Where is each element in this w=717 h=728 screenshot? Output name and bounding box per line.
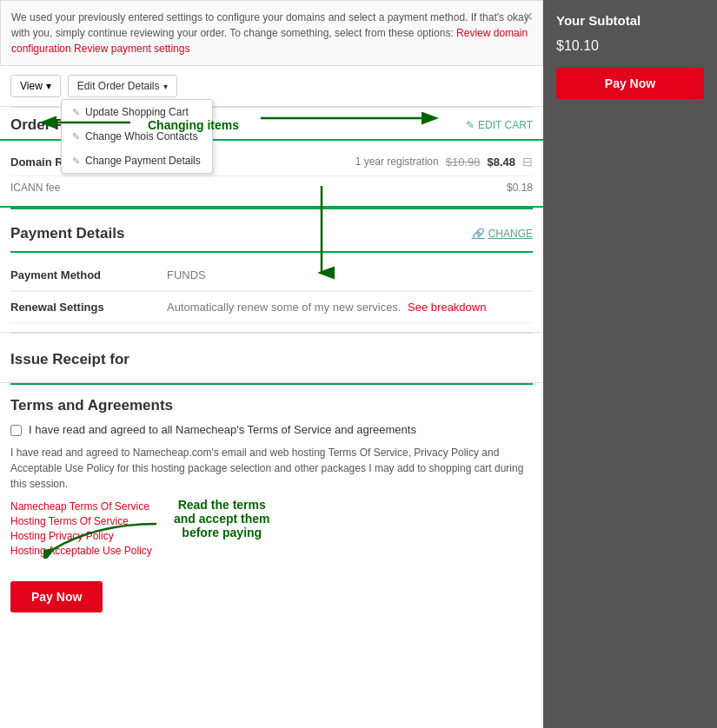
item-price-original: $10.98 bbox=[446, 156, 481, 169]
change-label: CHANGE bbox=[488, 228, 533, 240]
link-icon: 🔗 bbox=[472, 228, 485, 240]
close-banner-button[interactable]: ✕ bbox=[523, 8, 534, 26]
edit-cart-label: EDIT CART bbox=[478, 119, 533, 131]
terms-link-namecheap[interactable]: Namecheap Terms Of Service bbox=[10, 500, 533, 513]
pay-now-bottom: Pay Now bbox=[0, 569, 543, 625]
terms-section: Terms and Agreements I have read and agr… bbox=[0, 385, 543, 569]
pencil-icon-whois: ✎ bbox=[72, 131, 80, 142]
review-payment-link[interactable]: Review payment settings bbox=[74, 43, 189, 55]
terms-checkbox-row: I have read and agreed to all Namecheap'… bbox=[10, 423, 533, 436]
change-whois-label: Change Whois Contacts bbox=[85, 130, 197, 142]
edit-order-caret-icon: ▾ bbox=[163, 82, 168, 91]
terms-checkbox-label: I have read and agreed to all Namecheap'… bbox=[29, 423, 416, 436]
sidebar-title: Your Subtotal bbox=[556, 13, 704, 28]
banner-text: We used your previously entered settings… bbox=[11, 11, 529, 39]
terms-links-list: Namecheap Terms Of Service Hosting Terms… bbox=[10, 500, 533, 557]
screen-icon: ⊟ bbox=[522, 155, 533, 169]
issue-receipt-title: Issue Receipt for bbox=[10, 351, 129, 367]
edit-order-dropdown: ✎ Update Shopping Cart ✎ Change Whois Co… bbox=[61, 99, 213, 174]
item-detail: 1 year registration bbox=[355, 156, 439, 168]
terms-link-acceptable[interactable]: Hosting Acceptable Use Policy bbox=[10, 545, 533, 557]
renewal-settings-value: Automatically renew some of my new servi… bbox=[167, 301, 486, 314]
renewal-settings-row: Renewal Settings Automatically renew som… bbox=[10, 292, 533, 323]
renewal-settings-label: Renewal Settings bbox=[10, 301, 167, 314]
update-cart-item[interactable]: ✎ Update Shopping Cart bbox=[62, 100, 212, 124]
fee-amount: $0.18 bbox=[507, 182, 533, 194]
view-button[interactable]: View ▾ bbox=[10, 75, 61, 97]
terms-title: Terms and Agreements bbox=[10, 397, 533, 414]
pencil-icon-update: ✎ bbox=[72, 107, 80, 118]
payment-details-header: Payment Details 🔗 CHANGE bbox=[10, 225, 533, 242]
payment-method-value: FUNDS bbox=[167, 268, 206, 281]
change-payment-label: Change Payment Details bbox=[85, 155, 201, 167]
payment-details-section: Payment Details 🔗 CHANGE Payment Method … bbox=[0, 216, 543, 333]
terms-link-hosting[interactable]: Hosting Terms Of Service bbox=[10, 515, 533, 527]
pencil-icon-payment: ✎ bbox=[72, 156, 80, 167]
change-payment-link[interactable]: 🔗 CHANGE bbox=[472, 228, 533, 240]
pay-now-bottom-button[interactable]: Pay Now bbox=[10, 581, 103, 612]
update-cart-label: Update Shopping Cart bbox=[85, 106, 189, 118]
info-banner: We used your previously entered settings… bbox=[0, 0, 543, 66]
payment-details-title: Payment Details bbox=[10, 225, 124, 242]
payment-method-row: Payment Method FUNDS bbox=[10, 260, 533, 291]
item-price-sale: $8.48 bbox=[487, 156, 515, 169]
see-breakdown-link[interactable]: See breakdown bbox=[408, 301, 486, 314]
change-payment-item[interactable]: ✎ Change Payment Details bbox=[62, 149, 212, 173]
terms-link-privacy[interactable]: Hosting Privacy Policy bbox=[10, 530, 533, 542]
change-whois-item[interactable]: ✎ Change Whois Contacts bbox=[62, 124, 212, 149]
fee-row: ICANN fee $0.18 bbox=[10, 176, 533, 199]
edit-order-button[interactable]: Edit Order Details ▾ bbox=[68, 75, 177, 97]
edit-cart-icon: ✎ bbox=[466, 119, 475, 131]
edit-cart-link[interactable]: ✎ EDIT CART bbox=[466, 119, 533, 131]
issue-receipt-section: Issue Receipt for bbox=[0, 334, 543, 383]
terms-checkbox[interactable] bbox=[10, 425, 22, 436]
fee-label: ICANN fee bbox=[10, 182, 60, 194]
sidebar-subtotal: $10.10 bbox=[556, 38, 704, 54]
sidebar: Your Subtotal $10.10 Pay Now bbox=[543, 0, 717, 728]
terms-description: I have read and agreed to Namecheap.com'… bbox=[10, 445, 533, 492]
payment-method-label: Payment Method bbox=[10, 268, 167, 281]
view-caret-icon: ▾ bbox=[46, 80, 51, 92]
pay-now-sidebar-button[interactable]: Pay Now bbox=[556, 68, 704, 99]
